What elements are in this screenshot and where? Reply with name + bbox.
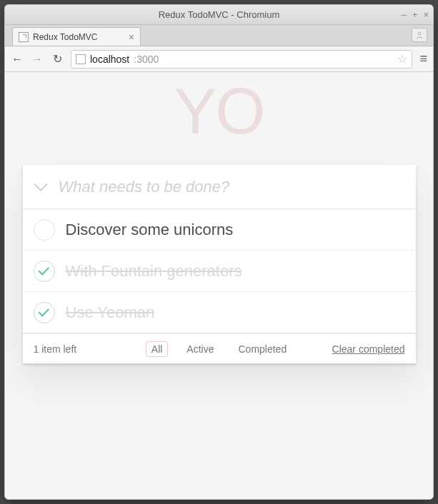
todo-app: Discover some unicorns With Fountain gen… (23, 165, 416, 363)
todo-check-wrap (23, 302, 66, 323)
tab-close-icon[interactable]: × (129, 31, 134, 43)
window-minimize-button[interactable]: – (402, 9, 407, 20)
url-port: :3000 (134, 54, 159, 65)
todo-label[interactable]: Discover some unicorns (66, 221, 416, 239)
browser-toolbar: ← → ↻ localhost:3000 ☆ ≡ (5, 46, 433, 72)
filter-active[interactable]: Active (181, 341, 219, 357)
site-info-icon[interactable] (76, 54, 86, 64)
person-icon (415, 31, 424, 39)
browser-tab[interactable]: Redux TodoMVC × (12, 27, 141, 46)
forward-button[interactable]: → (31, 53, 44, 66)
todo-check-wrap (23, 219, 66, 241)
todo-checkbox[interactable] (34, 302, 55, 323)
new-todo-input[interactable] (59, 178, 416, 196)
browser-window: Redux TodoMVC - Chromium – + × Redux Tod… (4, 4, 434, 500)
window-buttons: – + × (402, 5, 429, 24)
todo-item: With Fountain generators (23, 251, 416, 292)
todo-checkbox[interactable] (34, 261, 55, 282)
profile-button[interactable] (412, 28, 427, 42)
new-todo-row (23, 165, 416, 209)
page-viewport: YO Discover some unicorns (5, 72, 433, 499)
window-maximize-button[interactable]: + (412, 9, 418, 20)
back-button[interactable]: ← (11, 53, 24, 66)
filter-completed[interactable]: Completed (232, 341, 292, 357)
address-bar[interactable]: localhost:3000 ☆ (71, 50, 412, 69)
todo-footer: 1 item left All Active Completed Clear c… (23, 333, 416, 363)
app-title: YO (5, 79, 433, 143)
svg-point-0 (418, 32, 421, 35)
filter-all[interactable]: All (146, 341, 169, 357)
todo-item: Use Yeoman (23, 292, 416, 333)
tab-strip: Redux TodoMVC × (5, 25, 433, 46)
tab-title: Redux TodoMVC (33, 32, 98, 42)
todo-label[interactable]: With Fountain generators (66, 262, 416, 281)
clear-completed-button[interactable]: Clear completed (332, 343, 405, 355)
url-host: localhost (90, 54, 129, 65)
todo-list: Discover some unicorns With Fountain gen… (23, 209, 416, 333)
todo-label[interactable]: Use Yeoman (66, 303, 416, 322)
toggle-all-button[interactable] (23, 178, 59, 196)
window-title: Redux TodoMVC - Chromium (159, 9, 280, 20)
reload-button[interactable]: ↻ (51, 52, 64, 66)
chevron-down-icon (33, 182, 49, 192)
todo-check-wrap (23, 261, 66, 282)
todo-item: Discover some unicorns (23, 209, 416, 251)
todo-checkbox[interactable] (34, 219, 55, 241)
window-titlebar: Redux TodoMVC - Chromium – + × (5, 5, 433, 25)
bookmark-star-icon[interactable]: ☆ (397, 52, 407, 66)
page-icon (19, 32, 29, 42)
browser-menu-button[interactable]: ≡ (419, 51, 427, 66)
window-close-button[interactable]: × (423, 9, 429, 20)
